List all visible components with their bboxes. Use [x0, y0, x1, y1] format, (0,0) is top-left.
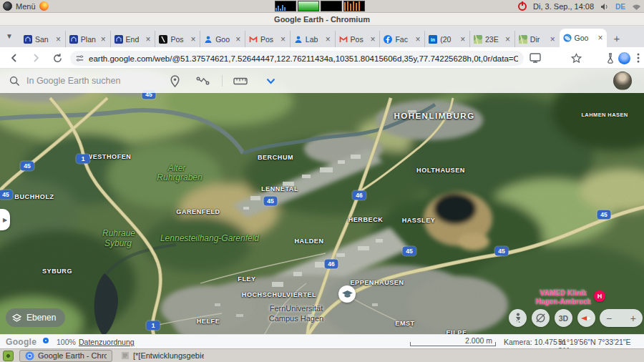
volume-icon[interactable] [600, 3, 609, 11]
map-label-lennetal: LENNETAL [261, 185, 298, 192]
net-monitor-applet[interactable] [298, 1, 319, 11]
zoom-control: − + [600, 309, 643, 327]
browser-tab-pos[interactable]: Pos× [245, 31, 289, 47]
road-shield-45: 45 [597, 210, 611, 220]
browser-tab-san[interactable]: San× [20, 31, 64, 47]
account-avatar[interactable] [613, 72, 632, 90]
compass-reset-button[interactable] [532, 309, 550, 327]
browser-tab-dir[interactable]: Dir× [514, 31, 559, 47]
map-label-eppenhausen: EPPENHAUSEN [350, 279, 404, 286]
google-logo: Google [6, 337, 36, 347]
map-label-lahmen-hasen: LAHMEN HASEN [581, 112, 628, 118]
address-bar[interactable]: earth.google.com/web/@51.37574621,7.5264… [70, 51, 524, 66]
search-input[interactable]: In Google Earth suchen [26, 76, 134, 86]
compass-button[interactable] [577, 309, 595, 327]
map-label-alter: Alter [168, 163, 186, 173]
road-shield-1: 1 [147, 321, 160, 331]
forward-button[interactable] [29, 51, 43, 65]
chevron-down-icon[interactable] [266, 78, 275, 84]
tab-close-icon[interactable]: × [146, 35, 151, 44]
browser-tab-20[interactable]: in(20× [424, 31, 469, 47]
browser-tab-23e[interactable]: 23E× [469, 31, 514, 47]
new-tab-button[interactable]: + [610, 32, 624, 47]
map-label-emst: EMST [395, 320, 414, 327]
placemark-pin-icon[interactable] [170, 75, 180, 87]
tab-close-icon[interactable]: × [101, 35, 106, 44]
site-settings-icon[interactable] [76, 54, 84, 63]
bookmark-star-icon[interactable] [569, 51, 583, 65]
university-poi-icon[interactable] [338, 285, 356, 303]
compass-off-icon [535, 313, 546, 323]
back-button[interactable] [7, 51, 21, 65]
3d-toggle-button[interactable]: 3D [555, 309, 572, 327]
firefox-launcher-icon[interactable] [39, 1, 49, 11]
taskbar-item-active[interactable]: Google Earth - Chrom... [19, 350, 112, 362]
browser-tab-end[interactable]: End× [110, 31, 155, 47]
profile-avatar[interactable] [617, 51, 631, 65]
tab-close-icon[interactable]: × [326, 35, 331, 44]
cpu-monitor-applet[interactable] [275, 1, 296, 11]
tab-label: End [126, 35, 143, 44]
facebook-favicon-icon [384, 35, 392, 44]
data-attribution-link[interactable]: Datenzuordnung [79, 338, 135, 346]
browser-tab-fac[interactable]: Fac× [379, 31, 424, 47]
show-desktop-icon[interactable] [3, 351, 14, 361]
person-favicon-icon [204, 35, 213, 44]
window-titlebar[interactable]: Google Earth - Chromium [0, 13, 644, 26]
zoom-out-button[interactable]: − [606, 313, 612, 324]
distro-menu-icon[interactable] [3, 1, 12, 11]
earth-viewport[interactable]: HOHENLIMBURGLAHMEN HASENWESTHOFENBERCHUM… [0, 69, 644, 348]
power-icon[interactable] [518, 2, 527, 11]
browser-tab-goo[interactable]: Goo× [560, 29, 607, 47]
browser-tab-plan[interactable]: Plan× [65, 31, 109, 47]
disk-monitor-applet[interactable] [321, 1, 342, 11]
measure-ruler-icon[interactable] [233, 77, 248, 86]
road-shield-1: 1 [77, 155, 90, 164]
sidebar-expand-handle[interactable]: ▶ [0, 209, 10, 230]
map-label-syburg: SYBURG [42, 268, 72, 275]
search-icon[interactable] [9, 76, 20, 87]
map-label-buchholz: BUCHHOLZ [14, 193, 54, 200]
zoom-in-button[interactable]: + [630, 313, 636, 324]
browser-tab-lab[interactable]: Lab× [290, 31, 334, 47]
hospital-poi-icon[interactable]: H [594, 290, 605, 302]
tab-scroll-chevron-icon[interactable]: ▼ [6, 32, 13, 40]
cast-icon[interactable] [528, 51, 542, 65]
system-monitors[interactable] [275, 1, 365, 11]
pegman-streetview-button[interactable] [509, 309, 527, 327]
network-icon[interactable] [632, 3, 641, 11]
tab-close-icon[interactable]: × [56, 35, 61, 44]
browser-tab-pos[interactable]: Pos× [335, 31, 379, 47]
map-label-holthausen: HOLTHAUSEN [416, 167, 465, 174]
browser-tab-goo[interactable]: Goo× [200, 31, 244, 47]
tab-close-icon[interactable]: × [235, 35, 240, 44]
tab-close-icon[interactable]: × [550, 35, 555, 44]
reload-button[interactable] [50, 51, 64, 65]
map-label-syburg: Syburg [104, 238, 132, 248]
experiments-flask-icon[interactable] [603, 51, 618, 65]
earth-favicon-icon [563, 34, 572, 42]
tab-close-icon[interactable]: × [505, 35, 510, 44]
layers-button[interactable]: Ebenen [6, 308, 65, 327]
system-clock[interactable]: Di, 3. Sep., 14:08 [533, 2, 594, 11]
map-label-herbeck: HERBECK [348, 216, 384, 223]
menu-button[interactable]: Menü [16, 2, 36, 11]
load-monitor-applet[interactable] [343, 1, 365, 11]
road-shield-45: 45 [264, 197, 278, 206]
tab-close-icon[interactable]: × [190, 35, 195, 44]
tab-close-icon[interactable]: × [280, 35, 286, 44]
taskbar-item-inactive[interactable]: [*[Entwicklungsgebie... [116, 350, 209, 362]
tab-close-icon[interactable]: × [598, 34, 603, 42]
tab-close-icon[interactable]: × [460, 35, 465, 44]
map-label-hochschulviertel: HOCHSCHULVIERTEL [242, 291, 316, 298]
browser-menu-icon[interactable] [631, 51, 644, 65]
browser-tab-pos[interactable]: Pos× [155, 31, 199, 47]
tab-close-icon[interactable]: × [415, 35, 420, 44]
keyboard-layout-indicator[interactable]: DE [615, 3, 625, 11]
tab-label: Goo [215, 35, 233, 44]
road-shield-45: 45 [403, 247, 416, 256]
draw-path-icon[interactable] [196, 76, 210, 86]
map-label-hohenlimburg: HOHENLIMBURG [394, 112, 474, 120]
tab-close-icon[interactable]: × [371, 35, 376, 44]
url-text[interactable]: earth.google.com/web/@51.37574621,7.5264… [89, 54, 518, 63]
